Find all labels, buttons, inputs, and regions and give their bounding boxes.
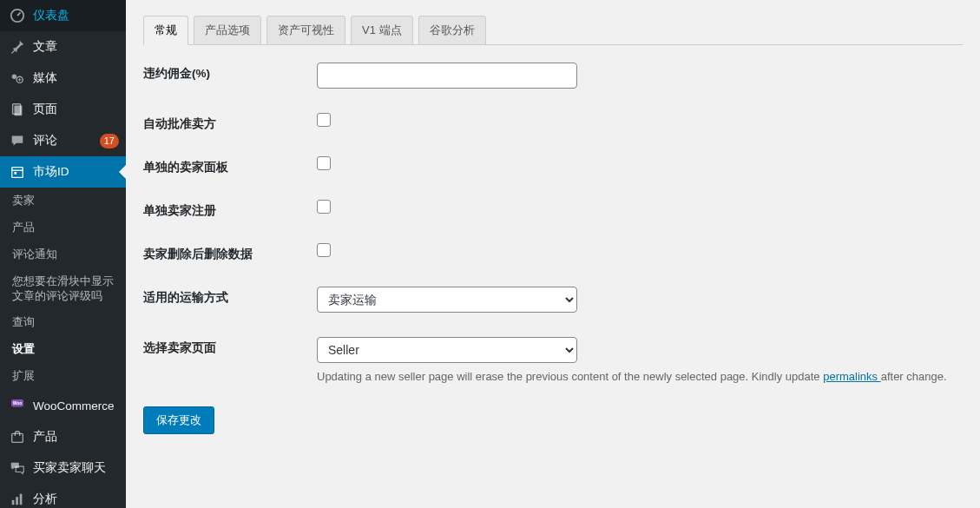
sidebar-item-woocommerce[interactable]: Woo WooCommerce: [0, 390, 126, 421]
separate-register-checkbox[interactable]: [317, 200, 331, 214]
sidebar-item-label: 市场ID: [33, 164, 119, 180]
pages-icon: [9, 101, 26, 118]
svg-rect-5: [12, 168, 23, 178]
sidebar-item-label: 评论: [33, 133, 96, 148]
svg-text:Woo: Woo: [13, 401, 23, 406]
label-separate-panel: 单独的卖家面板: [143, 156, 317, 175]
chat-icon: [9, 459, 26, 477]
svg-point-1: [12, 75, 16, 79]
commission-input[interactable]: [317, 63, 577, 89]
pin-icon: [9, 38, 26, 56]
woo-icon: Woo: [9, 397, 26, 414]
settings-form: 违约佣金(%) 自动批准卖方 单独的卖家面板 单独卖家注册 卖家删除后删除数据: [143, 63, 963, 434]
seller-page-description: Updating a new seller page will erase th…: [317, 368, 963, 386]
svg-rect-10: [12, 500, 15, 505]
sidebar-item-marketplace[interactable]: 市场ID: [0, 156, 126, 188]
sidebar-item-pages[interactable]: 页面: [0, 94, 126, 125]
comment-icon: [9, 132, 26, 149]
sidebar-sub-sellers[interactable]: 卖家: [0, 188, 126, 214]
product-icon: [9, 428, 26, 445]
sidebar-sub-products[interactable]: 产品: [0, 214, 126, 241]
sidebar-item-label: 仪表盘: [33, 8, 119, 23]
svg-rect-6: [14, 172, 16, 175]
sidebar-item-label: 媒体: [33, 70, 119, 86]
sidebar-item-label: 页面: [33, 102, 119, 117]
svg-rect-12: [20, 494, 23, 505]
tab-asset-visibility[interactable]: 资产可视性: [266, 16, 345, 45]
sidebar-sub-extensions[interactable]: 扩展: [0, 363, 126, 390]
dashboard-icon: [9, 7, 26, 24]
sidebar-item-label: 买家卖家聊天: [33, 460, 119, 476]
auto-approve-checkbox[interactable]: [317, 113, 331, 127]
comments-badge: 17: [100, 134, 119, 148]
permalinks-link[interactable]: permalinks: [823, 370, 880, 383]
svg-rect-9: [12, 434, 23, 443]
delete-data-checkbox[interactable]: [317, 243, 331, 257]
desc-text-pre: Updating a new seller page will erase th…: [317, 370, 823, 383]
sidebar-item-label: 分析: [33, 492, 119, 507]
sidebar-item-analytics[interactable]: 分析: [0, 484, 126, 508]
svg-rect-11: [16, 497, 18, 505]
sidebar-sub-query[interactable]: 查询: [0, 309, 126, 336]
label-delete-data: 卖家删除后删除数据: [143, 243, 317, 262]
sidebar-item-products[interactable]: 产品: [0, 421, 126, 452]
desc-text-post: after change.: [881, 370, 947, 383]
tab-google-analytics[interactable]: 谷歌分析: [418, 16, 486, 45]
sidebar-item-posts[interactable]: 文章: [0, 31, 126, 63]
label-commission: 违约佣金(%): [143, 63, 317, 82]
svg-rect-4: [14, 106, 22, 116]
seller-page-select[interactable]: Seller: [317, 337, 577, 363]
sidebar-sub-review-notify[interactable]: 评论通知: [0, 241, 126, 268]
calendar-icon: [9, 163, 26, 181]
sidebar-item-label: 文章: [33, 39, 119, 55]
tab-general[interactable]: 常规: [143, 16, 188, 45]
sidebar-item-label: 产品: [33, 429, 119, 445]
separate-panel-checkbox[interactable]: [317, 156, 331, 170]
label-seller-page: 选择卖家页面: [143, 337, 317, 356]
shipping-select[interactable]: 卖家运输: [317, 287, 577, 313]
tab-product-options[interactable]: 产品选项: [194, 16, 261, 45]
main-content: 常规 产品选项 资产可视性 V1 端点 谷歌分析 违约佣金(%) 自动批准卖方 …: [126, 0, 980, 508]
settings-tabs: 常规 产品选项 资产可视性 V1 端点 谷歌分析: [143, 0, 963, 45]
media-icon: [9, 69, 26, 87]
label-shipping-method: 适用的运输方式: [143, 287, 317, 306]
label-auto-approve: 自动批准卖方: [143, 113, 317, 132]
admin-sidebar: 仪表盘 文章 媒体 页面 评论 17 市场ID 卖家 产品 评论通知 您想要在滑…: [0, 0, 126, 508]
sidebar-item-label: WooCommerce: [33, 399, 119, 412]
sidebar-sub-settings[interactable]: 设置: [0, 336, 126, 363]
sidebar-item-comments[interactable]: 评论 17: [0, 125, 126, 156]
sidebar-item-media[interactable]: 媒体: [0, 63, 126, 94]
save-button[interactable]: 保存更改: [143, 406, 214, 434]
sidebar-item-dashboard[interactable]: 仪表盘: [0, 0, 126, 31]
sidebar-item-chat[interactable]: 买家卖家聊天: [0, 452, 126, 484]
label-separate-register: 单独卖家注册: [143, 200, 317, 219]
tab-v1-endpoint[interactable]: V1 端点: [351, 16, 413, 45]
sidebar-sub-slider-review[interactable]: 您想要在滑块中显示文章的评论评级吗: [0, 268, 126, 310]
analytics-icon: [9, 491, 26, 508]
